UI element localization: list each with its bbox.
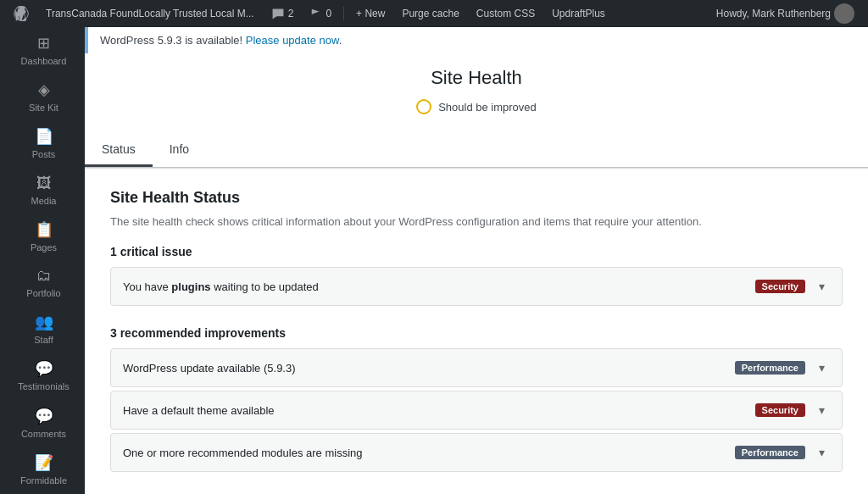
site-kit-icon: ◈ — [38, 80, 50, 99]
sidebar-item-formidable[interactable]: 📝 Formidable — [0, 447, 85, 493]
recommended-issues-group: 3 recommended improvements WordPress upd… — [110, 326, 843, 472]
health-circle-icon — [416, 99, 431, 114]
recommended-issue-2-row: One or more recommended modules are miss… — [111, 434, 842, 471]
recommended-issue-1-tag: Security — [755, 403, 805, 417]
recommended-issue-0-expand-button[interactable]: ▾ — [814, 359, 830, 376]
staff-icon: 👥 — [35, 313, 53, 331]
flag-icon — [310, 8, 322, 19]
adminbar-comments[interactable]: 2 — [264, 7, 301, 20]
main-content: WordPress 5.9.3 is available! Please upd… — [85, 27, 868, 494]
critical-issue-0-row: You have plugins waiting to be updated S… — [111, 268, 842, 305]
sidebar-item-dashboard-label: Dashboard — [21, 56, 67, 67]
comments-icon: 💬 — [35, 407, 53, 425]
recommended-issue-1-row: Have a default theme available Security … — [111, 391, 842, 429]
status-section-title: Site Health Status — [110, 189, 843, 207]
admin-bar: TransCanada FoundLocally Trusted Local M… — [0, 0, 868, 27]
tab-info[interactable]: Info — [153, 134, 206, 167]
recommended-issue-0-row: WordPress update available (5.9.3) Perfo… — [111, 349, 842, 386]
adminbar-new-label: + New — [356, 8, 385, 19]
portfolio-icon: 🗂 — [36, 267, 52, 285]
adminbar-greeting-text: Howdy, Mark Ruthenberg — [716, 8, 831, 19]
recommended-issue-2-tag: Performance — [735, 446, 805, 459]
sidebar-item-media[interactable]: 🖼 Media — [0, 168, 85, 214]
sidebar-item-dashboard[interactable]: ⊞ Dashboard — [0, 27, 85, 74]
adminbar-avatar — [834, 3, 854, 24]
critical-issue-0-expand-button[interactable]: ▾ — [814, 278, 830, 295]
sidebar-item-portfolio[interactable]: 🗂 Portfolio — [0, 260, 85, 306]
critical-issue-0-label: You have plugins waiting to be updated — [123, 280, 747, 293]
recommended-issue-0-tag: Performance — [735, 361, 805, 375]
sidebar-item-comments-label: Comments — [21, 429, 66, 440]
adminbar-custom-css-label: Custom CSS — [476, 8, 535, 19]
adminbar-user-greeting[interactable]: Howdy, Mark Ruthenberg — [709, 3, 861, 24]
sidebar-item-posts-label: Posts — [32, 149, 56, 160]
adminbar-purge-cache-label: Purge cache — [402, 8, 459, 19]
page-title: Site Health — [85, 67, 868, 89]
update-notice: WordPress 5.9.3 is available! Please upd… — [85, 27, 868, 53]
adminbar-site-name[interactable]: TransCanada FoundLocally Trusted Local M… — [39, 8, 261, 19]
recommended-issue-1-expand-button[interactable]: ▾ — [814, 402, 830, 419]
sidebar-item-portfolio-label: Portfolio — [26, 288, 60, 299]
adminbar-separator — [343, 7, 344, 20]
sidebar: ⊞ Dashboard ◈ Site Kit 📄 Posts 🖼 Media 📋… — [0, 27, 85, 494]
sidebar-item-media-label: Media — [31, 196, 57, 207]
status-section: Site Health Status The site health check… — [85, 169, 868, 494]
adminbar-tasks-count: 0 — [326, 8, 331, 19]
pages-icon: 📋 — [35, 220, 53, 239]
recommended-issue-2-label: One or more recommended modules are miss… — [123, 447, 726, 459]
sidebar-item-pages[interactable]: 📋 Pages — [0, 214, 85, 260]
recommended-issue-0-label: WordPress update available (5.9.3) — [123, 362, 726, 375]
critical-issues-group: 1 critical issue You have plugins waitin… — [110, 245, 843, 306]
update-notice-wp-version: WordPress 5.9.3 — [100, 34, 182, 47]
comment-icon — [271, 7, 285, 20]
health-status-indicator: Should be improved — [416, 99, 537, 114]
sidebar-item-staff[interactable]: 👥 Staff — [0, 306, 85, 352]
formidable-icon: 📝 — [35, 453, 53, 472]
critical-issue-0: You have plugins waiting to be updated S… — [110, 267, 843, 306]
recommended-issue-1-label: Have a default theme available — [123, 404, 747, 417]
recommended-issue-1: Have a default theme available Security … — [110, 391, 843, 430]
sidebar-item-testimonials-label: Testimonials — [18, 381, 70, 392]
site-health-header-area: Site Health Should be improved Status In… — [85, 53, 868, 169]
update-notice-is-available: is available! — [185, 34, 246, 47]
site-health-header: Site Health Should be improved — [85, 67, 868, 117]
adminbar-comments-count: 2 — [288, 8, 294, 19]
layout: ⊞ Dashboard ◈ Site Kit 📄 Posts 🖼 Media 📋… — [0, 27, 868, 494]
media-icon: 🖼 — [36, 175, 52, 192]
adminbar-right: Howdy, Mark Ruthenberg — [709, 3, 861, 24]
critical-issue-0-tag: Security — [755, 280, 805, 293]
adminbar-new[interactable]: + New — [349, 8, 392, 19]
sidebar-item-pages-label: Pages — [31, 242, 57, 253]
health-status-label: Should be improved — [438, 101, 537, 114]
adminbar-site-name-label: TransCanada FoundLocally Trusted Local M… — [46, 8, 254, 19]
adminbar-custom-css[interactable]: Custom CSS — [470, 8, 542, 19]
adminbar-wp-logo[interactable] — [7, 6, 36, 21]
sidebar-item-posts[interactable]: 📄 Posts — [0, 120, 85, 167]
adminbar-updraftplus-label: UpdraftPlus — [552, 8, 605, 19]
recommended-issue-0: WordPress update available (5.9.3) Perfo… — [110, 348, 843, 387]
tab-status[interactable]: Status — [85, 134, 153, 167]
wp-logo-icon — [14, 6, 29, 21]
recommended-issues-title: 3 recommended improvements — [110, 326, 843, 340]
tabs-row: Status Info — [85, 134, 868, 168]
sidebar-item-comments[interactable]: 💬 Comments — [0, 400, 85, 447]
sidebar-item-testimonials[interactable]: 💬 Testimonials — [0, 352, 85, 399]
sidebar-item-site-kit[interactable]: ◈ Site Kit — [0, 74, 85, 120]
recommended-issue-2: One or more recommended modules are miss… — [110, 433, 843, 472]
sidebar-item-formidable-label: Formidable — [20, 475, 67, 486]
critical-issues-title: 1 critical issue — [110, 245, 843, 258]
sidebar-item-staff-label: Staff — [34, 335, 53, 346]
adminbar-tasks[interactable]: 0 — [303, 8, 338, 19]
testimonials-icon: 💬 — [35, 359, 53, 378]
adminbar-updraftplus[interactable]: UpdraftPlus — [545, 8, 612, 19]
recommended-issue-2-expand-button[interactable]: ▾ — [814, 444, 830, 461]
sidebar-item-site-kit-label: Site Kit — [29, 103, 58, 114]
update-notice-link[interactable]: Please update now — [246, 34, 339, 47]
posts-icon: 📄 — [35, 127, 53, 146]
adminbar-purge-cache[interactable]: Purge cache — [395, 8, 465, 19]
status-section-desc: The site health check shows critical inf… — [110, 215, 843, 228]
dashboard-icon: ⊞ — [37, 34, 50, 53]
